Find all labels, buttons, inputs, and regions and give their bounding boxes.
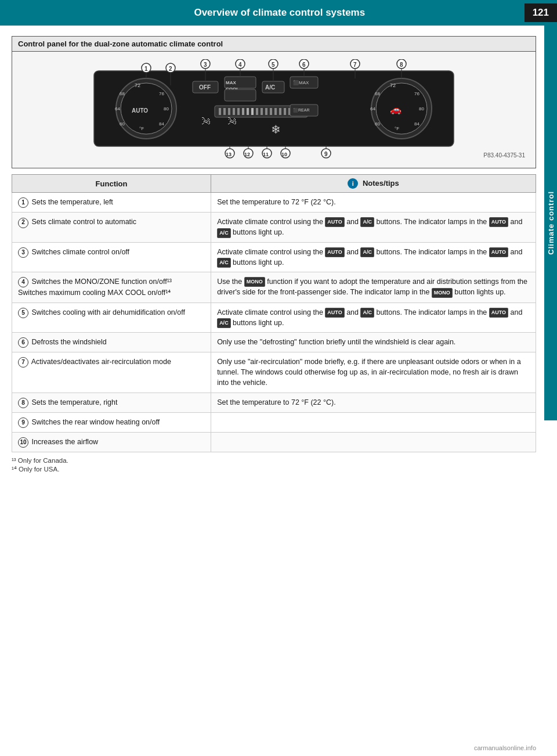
main-content: Control panel for the dual-zone automati… bbox=[0, 26, 557, 485]
table-row: 4 Switches the MONO/ZONE function on/off… bbox=[12, 272, 536, 303]
table-row: 3 Switches climate control on/offActivat… bbox=[12, 242, 536, 272]
svg-rect-38 bbox=[237, 108, 240, 115]
table-row: 8 Sets the temperature, rightSet the tem… bbox=[12, 393, 536, 412]
col-notes-header: i Notes/tips bbox=[211, 175, 536, 193]
table-row: 5 Switches cooling with air dehumidifica… bbox=[12, 303, 536, 332]
diagram-area: 72 68 64 60 76 80 84 °F AUTO 72 68 64 60 bbox=[12, 52, 536, 168]
svg-text:60: 60 bbox=[120, 121, 125, 127]
svg-rect-36 bbox=[228, 108, 230, 115]
notes-cell bbox=[211, 433, 536, 452]
function-cell: 5 Switches cooling with air dehumidifica… bbox=[12, 303, 211, 332]
side-tab: Climate control bbox=[544, 26, 557, 420]
svg-text:7: 7 bbox=[353, 62, 357, 68]
num-circle: 7 bbox=[18, 357, 28, 368]
notes-cell: Set the temperature to 72 °F (22 °C). bbox=[211, 193, 536, 213]
svg-text:⬛MAX: ⬛MAX bbox=[293, 80, 309, 85]
function-cell: 7 Activates/deactivates air-recirculatio… bbox=[12, 352, 211, 393]
function-cell: 1 Sets the temperature, left bbox=[12, 193, 211, 213]
num-circle: 1 bbox=[18, 197, 28, 208]
notes-cell: Only use "air-recirculation" mode briefl… bbox=[211, 352, 536, 393]
notes-cell: Activate climate control using the AUTO … bbox=[211, 213, 536, 242]
function-cell: 2 Sets climate control to automatic bbox=[12, 213, 211, 242]
info-table: Function i Notes/tips 1 Sets the tempera… bbox=[12, 174, 536, 452]
svg-rect-42 bbox=[256, 108, 258, 115]
num-circle: 5 bbox=[18, 308, 28, 318]
svg-rect-35 bbox=[223, 108, 226, 115]
svg-rect-47 bbox=[279, 108, 281, 115]
section-title: Control panel for the dual-zone automati… bbox=[12, 37, 536, 52]
svg-text:°F: °F bbox=[395, 126, 399, 131]
svg-text:6: 6 bbox=[302, 62, 306, 68]
svg-text:4: 4 bbox=[238, 62, 242, 68]
diagram-svg: 72 68 64 60 76 80 84 °F AUTO 72 68 64 60 bbox=[18, 57, 530, 162]
num-circle: 3 bbox=[18, 247, 28, 258]
svg-rect-44 bbox=[265, 108, 267, 115]
svg-rect-45 bbox=[270, 108, 272, 115]
notes-cell: Use the MONO function if you want to ado… bbox=[211, 272, 536, 303]
svg-rect-28 bbox=[225, 89, 256, 101]
svg-text:AUTO: AUTO bbox=[132, 107, 148, 114]
footnotes: ¹³ Only for Canada. ¹⁴ Only for USA. bbox=[12, 457, 536, 473]
function-cell: 6 Defrosts the windshield bbox=[12, 332, 211, 352]
function-cell: 10 Increases the airflow bbox=[12, 433, 211, 452]
svg-text:68: 68 bbox=[120, 91, 125, 96]
svg-text:64: 64 bbox=[115, 106, 120, 111]
svg-text:84: 84 bbox=[414, 121, 419, 127]
page-number: 121 bbox=[525, 3, 557, 22]
notes-cell bbox=[211, 412, 536, 432]
notes-cell: Activate climate control using the AUTO … bbox=[211, 242, 536, 272]
table-row: 9 Switches the rear window heating on/of… bbox=[12, 412, 536, 432]
table-row: 2 Sets climate control to automaticActiv… bbox=[12, 213, 536, 242]
table-row: 1 Sets the temperature, leftSet the temp… bbox=[12, 193, 536, 213]
svg-text:72: 72 bbox=[135, 82, 140, 88]
svg-text:❄: ❄ bbox=[271, 123, 281, 136]
section-box: Control panel for the dual-zone automati… bbox=[12, 36, 536, 168]
svg-text:76: 76 bbox=[414, 91, 419, 96]
footnote-1: ¹³ Only for Canada. bbox=[12, 457, 536, 464]
function-cell: 9 Switches the rear window heating on/of… bbox=[12, 412, 211, 432]
svg-text:9: 9 bbox=[324, 151, 328, 157]
table-row: 10 Increases the airflow bbox=[12, 433, 536, 452]
header-bar: Overview of climate control systems 121 bbox=[0, 0, 557, 26]
svg-text:OFF: OFF bbox=[199, 84, 211, 91]
footnote-2: ¹⁴ Only for USA. bbox=[12, 465, 536, 473]
svg-text:84: 84 bbox=[159, 121, 164, 127]
watermark: carmanualsonline.info bbox=[474, 744, 536, 751]
svg-text:64: 64 bbox=[370, 106, 375, 111]
svg-text:68: 68 bbox=[375, 91, 380, 96]
svg-text:3: 3 bbox=[204, 62, 207, 68]
info-icon: i bbox=[348, 178, 358, 189]
svg-text:A/C: A/C bbox=[265, 84, 275, 91]
svg-text:MAX: MAX bbox=[226, 80, 236, 85]
svg-rect-41 bbox=[251, 108, 254, 115]
svg-rect-40 bbox=[247, 108, 249, 115]
function-cell: 4 Switches the MONO/ZONE function on/off… bbox=[12, 272, 211, 303]
svg-text:80: 80 bbox=[164, 106, 169, 111]
svg-text:🚗: 🚗 bbox=[390, 104, 402, 115]
svg-rect-48 bbox=[284, 108, 286, 115]
svg-text:°F: °F bbox=[139, 126, 144, 131]
svg-text:2: 2 bbox=[169, 66, 172, 72]
diagram-ref: P83.40-4375-31 bbox=[483, 152, 525, 159]
svg-text:60: 60 bbox=[375, 121, 380, 127]
notes-cell: Activate climate control using the AUTO … bbox=[211, 303, 536, 332]
svg-rect-46 bbox=[274, 108, 277, 115]
num-circle: 10 bbox=[18, 437, 28, 448]
header-title: Overview of climate control systems bbox=[0, 7, 525, 19]
col-function-header: Function bbox=[12, 175, 211, 193]
num-circle: 6 bbox=[18, 337, 28, 348]
function-cell: 8 Sets the temperature, right bbox=[12, 393, 211, 412]
svg-text:10: 10 bbox=[281, 152, 287, 157]
svg-text:11: 11 bbox=[263, 152, 269, 157]
svg-text:12: 12 bbox=[244, 152, 250, 157]
svg-text:13: 13 bbox=[226, 152, 232, 157]
table-row: 6 Defrosts the windshieldOnly use the "d… bbox=[12, 332, 536, 352]
num-circle: 9 bbox=[18, 417, 28, 428]
svg-text:80: 80 bbox=[419, 106, 424, 111]
svg-rect-43 bbox=[261, 108, 263, 115]
svg-text:🌬: 🌬 bbox=[227, 116, 237, 126]
function-cell: 3 Switches climate control on/off bbox=[12, 242, 211, 272]
svg-rect-39 bbox=[242, 108, 244, 115]
svg-rect-34 bbox=[219, 108, 221, 115]
svg-text:5: 5 bbox=[272, 62, 275, 68]
